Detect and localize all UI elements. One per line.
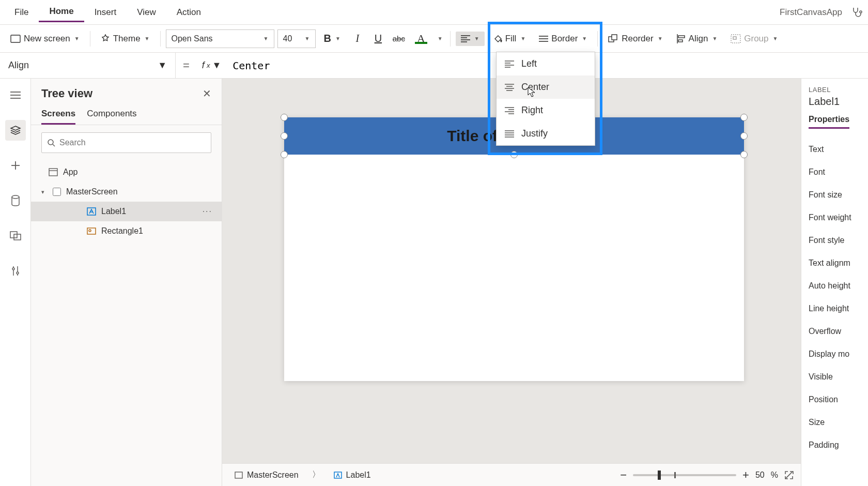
italic-button[interactable]: I (349, 30, 366, 48)
selection-handle[interactable] (281, 132, 288, 140)
selection-handle[interactable] (740, 151, 748, 158)
zoom-value: 50 (755, 470, 765, 480)
align-option-center[interactable]: Center (497, 75, 595, 99)
theme-button[interactable]: Theme ▼ (96, 31, 155, 47)
zoom-controls: − + 50 % (620, 468, 794, 482)
selection-handle[interactable] (510, 151, 518, 158)
more-options-button[interactable]: ··· (203, 207, 212, 216)
rail-insert-button[interactable] (5, 155, 26, 176)
align-button[interactable]: Align ▼ (671, 31, 723, 47)
breadcrumb-label1[interactable]: Label1 (329, 468, 376, 482)
underline-button[interactable]: U (369, 30, 387, 48)
selection-handle[interactable] (281, 151, 288, 158)
properties-tab[interactable]: Properties (809, 115, 849, 129)
align-option-right[interactable]: Right (497, 99, 595, 122)
fx-button[interactable]: fx▼ (197, 60, 226, 71)
tree-search-input[interactable] (59, 138, 206, 147)
property-row[interactable]: Auto height (809, 275, 861, 297)
property-row[interactable]: Visible (809, 366, 861, 388)
tab-screens[interactable]: Screens (41, 104, 75, 125)
tree-item-rectangle1[interactable]: Rectangle1 (31, 221, 222, 241)
database-icon (11, 195, 20, 206)
text-align-dropdown: Left Center Right Justify (496, 52, 595, 146)
align-justify-icon (505, 130, 514, 138)
property-selector[interactable]: Align ▼ (0, 53, 176, 79)
breadcrumb-label: Label1 (346, 470, 371, 480)
selection-handle[interactable] (740, 114, 748, 121)
font-name-combo[interactable]: Open Sans ▼ (166, 29, 274, 48)
selection-handle[interactable] (281, 114, 288, 121)
tree-item-app[interactable]: App (31, 162, 222, 182)
selection-handle[interactable] (740, 132, 748, 140)
property-row[interactable]: Text (809, 138, 861, 161)
font-color-button[interactable]: A (411, 32, 431, 46)
menu-action[interactable]: Action (166, 3, 211, 22)
property-row[interactable]: Line height (809, 297, 861, 320)
canvas-screen[interactable]: Title of the Screen (284, 117, 744, 381)
chevron-down-icon: ▼ (212, 60, 221, 71)
property-row[interactable]: Display mo (809, 343, 861, 366)
property-row[interactable]: Size (809, 411, 861, 434)
rail-data-button[interactable] (5, 190, 26, 211)
tree-item-label: Rectangle1 (101, 226, 143, 236)
screen-icon (10, 35, 21, 43)
zoom-out-button[interactable]: − (620, 468, 627, 482)
strikethrough-button[interactable]: abc (390, 30, 408, 48)
text-align-button[interactable]: ▼ (456, 32, 485, 46)
close-panel-button[interactable]: ✕ (203, 87, 211, 100)
fit-to-window-button[interactable] (784, 470, 794, 480)
fill-button[interactable]: Fill ▼ (488, 31, 531, 47)
property-row[interactable]: Font (809, 161, 861, 184)
chevron-down-icon: ▼ (658, 36, 663, 41)
svg-rect-49 (235, 472, 242, 478)
property-row[interactable]: Font weight (809, 206, 861, 229)
zoom-slider[interactable] (633, 474, 736, 476)
tree-item-checkbox[interactable] (53, 188, 61, 196)
menu-home[interactable]: Home (39, 2, 84, 22)
tools-icon (11, 265, 20, 277)
tree-item-label: Label1 (101, 207, 126, 216)
rail-tree-view-button[interactable] (5, 120, 26, 141)
media-icon (10, 231, 21, 240)
menu-bar: File Home Insert View Action FirstCanvas… (0, 0, 868, 25)
zoom-in-button[interactable]: + (742, 468, 749, 482)
svg-rect-13 (678, 40, 683, 42)
align-option-justify[interactable]: Justify (497, 122, 595, 145)
font-size-combo[interactable]: 40 ▼ (277, 29, 316, 48)
zoom-slider-thumb[interactable] (658, 470, 661, 480)
reorder-button[interactable]: Reorder ▼ (603, 31, 668, 47)
caret-down-icon[interactable]: ▾ (41, 189, 48, 195)
label-control-icon (334, 472, 342, 479)
control-type-label: LABEL (809, 86, 861, 94)
property-row[interactable]: Overflow (809, 320, 861, 343)
plus-icon (10, 160, 21, 171)
rail-media-button[interactable] (5, 225, 26, 246)
property-row[interactable]: Font size (809, 184, 861, 206)
property-row[interactable]: Text alignm (809, 252, 861, 275)
menu-insert[interactable]: Insert (84, 3, 127, 22)
tree-item-label1[interactable]: Label1 ··· (31, 202, 222, 221)
new-screen-button[interactable]: New screen ▼ (5, 31, 85, 47)
property-row[interactable]: Position (809, 388, 861, 411)
menu-view[interactable]: View (127, 3, 166, 22)
app-checker-icon[interactable] (849, 5, 864, 20)
search-icon (47, 139, 55, 147)
bold-button[interactable]: B▼ (319, 29, 346, 48)
tree-item-masterscreen[interactable]: ▾ MasterScreen (31, 182, 222, 202)
border-button[interactable]: Border ▼ (534, 31, 592, 47)
chevron-down-icon[interactable]: ▼ (436, 36, 445, 41)
property-row[interactable]: Font style (809, 229, 861, 252)
control-name-label: Label1 (809, 96, 861, 108)
theme-label: Theme (113, 34, 141, 44)
svg-point-25 (17, 272, 19, 274)
rail-advanced-button[interactable] (5, 261, 26, 281)
align-option-left[interactable]: Left (497, 52, 595, 75)
rail-hamburger-button[interactable] (5, 85, 26, 105)
property-row[interactable]: Padding (809, 434, 861, 457)
svg-rect-10 (612, 35, 617, 40)
tab-components[interactable]: Components (87, 104, 136, 125)
paint-bucket-icon (493, 34, 502, 43)
breadcrumb-masterscreen[interactable]: MasterScreen (229, 468, 304, 482)
menu-file[interactable]: File (4, 3, 39, 22)
tree-search-box[interactable] (41, 132, 211, 153)
